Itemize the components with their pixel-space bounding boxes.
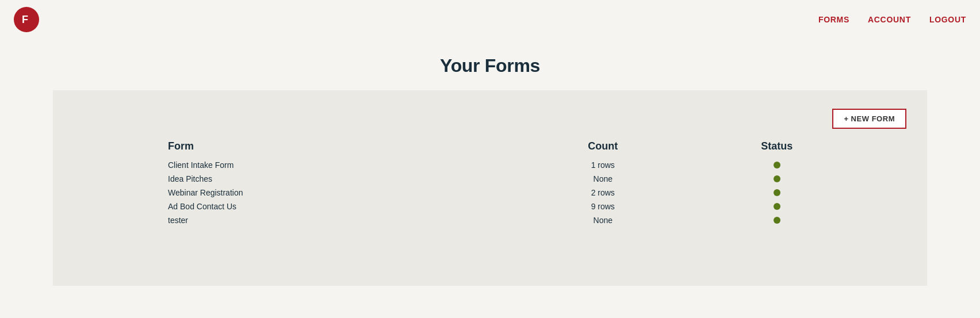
column-header-form: Form <box>168 140 516 152</box>
main-content: + NEW FORM Form Count Status Client Inta… <box>53 90 927 286</box>
nav-logout-link[interactable]: LOGOUT <box>929 15 966 24</box>
table-row[interactable]: Client Intake Form 1 rows <box>168 159 864 171</box>
nav-account-link[interactable]: ACCOUNT <box>868 15 911 24</box>
page-title: Your Forms <box>0 55 980 76</box>
logo-button[interactable]: F <box>14 7 39 32</box>
form-name-cell: tester <box>168 216 516 225</box>
column-header-count: Count <box>516 140 690 152</box>
status-cell <box>690 175 864 182</box>
status-cell <box>690 217 864 224</box>
status-dot <box>774 203 780 210</box>
column-header-status: Status <box>690 140 864 152</box>
count-cell: None <box>516 216 690 225</box>
table-row[interactable]: Webinar Registration 2 rows <box>168 187 864 198</box>
status-dot <box>774 162 780 168</box>
status-dot <box>774 189 780 196</box>
table-body: Client Intake Form 1 rows Idea Pitches N… <box>168 159 864 226</box>
table-header-row: Form Count Status <box>168 140 864 152</box>
navbar: F FORMS ACCOUNT LOGOUT <box>0 0 980 39</box>
svg-text:F: F <box>22 14 28 25</box>
logo-icon: F <box>20 13 33 26</box>
count-cell: 1 rows <box>516 160 690 170</box>
new-form-button[interactable]: + NEW FORM <box>832 109 906 129</box>
count-cell: 9 rows <box>516 202 690 211</box>
table-row[interactable]: Ad Bod Contact Us 9 rows <box>168 201 864 212</box>
table-row[interactable]: tester None <box>168 214 864 226</box>
status-cell <box>690 162 864 168</box>
status-dot <box>774 175 780 182</box>
page-title-section: Your Forms <box>0 39 980 90</box>
form-name-cell: Webinar Registration <box>168 188 516 197</box>
button-row: + NEW FORM <box>53 102 927 140</box>
table-row[interactable]: Idea Pitches None <box>168 173 864 185</box>
form-name-cell: Idea Pitches <box>168 174 516 183</box>
status-cell <box>690 189 864 196</box>
form-name-cell: Client Intake Form <box>168 160 516 170</box>
form-name-cell: Ad Bod Contact Us <box>168 202 516 211</box>
status-cell <box>690 203 864 210</box>
status-dot <box>774 217 780 224</box>
nav-links: FORMS ACCOUNT LOGOUT <box>818 15 966 24</box>
count-cell: 2 rows <box>516 188 690 197</box>
count-cell: None <box>516 174 690 183</box>
table-section: Form Count Status Client Intake Form 1 r… <box>53 140 927 226</box>
nav-forms-link[interactable]: FORMS <box>818 15 849 24</box>
